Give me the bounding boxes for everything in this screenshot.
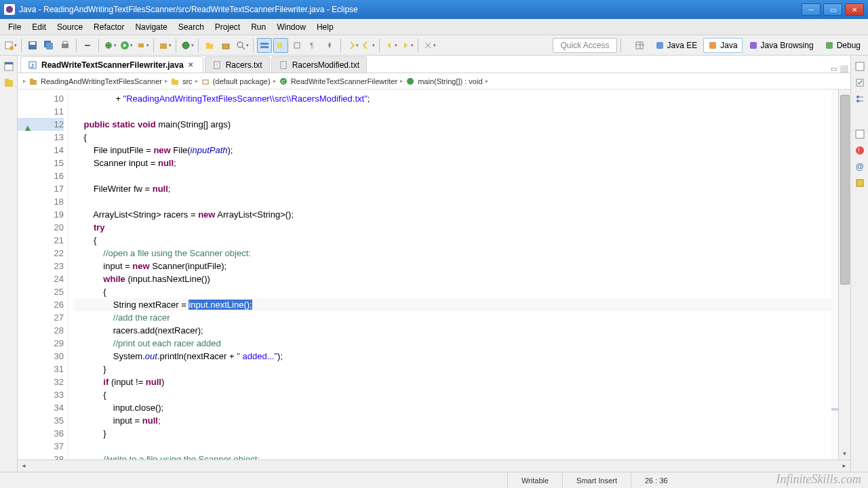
chevron-right-icon[interactable]: ▸ — [23, 78, 26, 84]
menu-search[interactable]: Search — [173, 21, 210, 33]
menu-edit[interactable]: Edit — [26, 21, 52, 33]
close-tab-icon[interactable]: ✕ — [188, 61, 196, 69]
menu-source[interactable]: Source — [52, 21, 88, 33]
next-annotation-button[interactable] — [344, 38, 359, 53]
run-last-button[interactable] — [135, 38, 150, 53]
code-line[interactable]: String nextRacer = input.nextLine(); — [74, 298, 850, 311]
save-all-button[interactable] — [41, 38, 56, 53]
breadcrumb-item[interactable]: ReadingAndWritingTextFilesScanner — [41, 77, 162, 85]
link-button[interactable] — [80, 38, 95, 53]
menu-refactor[interactable]: Refactor — [88, 21, 130, 33]
restore-right-icon[interactable] — [854, 61, 865, 72]
toggle-breadcrumb-button[interactable] — [257, 38, 272, 53]
javadoc-icon[interactable]: @ — [854, 161, 865, 172]
code-line[interactable]: //open a file using the Scanner object: — [74, 247, 850, 260]
breadcrumb-bar[interactable]: ▸ReadingAndWritingTextFilesScanner▸src▸(… — [18, 73, 850, 89]
breadcrumb-item[interactable]: (default package) — [213, 77, 271, 85]
code-line[interactable]: input.close(); — [74, 401, 850, 414]
code-line[interactable]: File inputFile = new File(inputPath); — [74, 144, 850, 157]
code-line[interactable]: { — [74, 131, 850, 144]
save-button[interactable] — [25, 38, 40, 53]
toggle-mark-button[interactable] — [273, 38, 288, 53]
code-line[interactable]: while (input.hasNextLine()) — [74, 272, 850, 285]
pin-button[interactable] — [322, 38, 337, 53]
code-line[interactable] — [74, 105, 850, 118]
open-task-button[interactable] — [218, 38, 233, 53]
perspective-java-ee[interactable]: Java EE — [650, 38, 703, 53]
breadcrumb-item[interactable]: ReadWriteTextScannerFilewriter — [291, 77, 398, 85]
minimize-button[interactable]: ─ — [802, 3, 821, 16]
new-button[interactable] — [3, 38, 18, 53]
code-line[interactable]: { — [74, 388, 850, 401]
chevron-right-icon[interactable]: ▸ — [273, 78, 276, 84]
code-line[interactable] — [74, 195, 850, 208]
code-line[interactable]: { — [74, 234, 850, 247]
new-package-button[interactable] — [157, 38, 172, 53]
horizontal-scrollbar[interactable]: ◄ ► — [18, 460, 850, 472]
perspective-debug[interactable]: Debug — [820, 38, 865, 53]
print-button[interactable] — [58, 38, 73, 53]
menu-run[interactable]: Run — [245, 21, 271, 33]
code-line[interactable]: input = null; — [74, 414, 850, 427]
show-whitespace-button[interactable]: ¶ — [306, 38, 321, 53]
menu-navigate[interactable]: Navigate — [130, 21, 172, 33]
code-line[interactable]: //print out each racer added — [74, 337, 850, 350]
code-line[interactable]: FileWriter fw = null; — [74, 182, 850, 195]
restore-view-icon[interactable] — [3, 61, 14, 72]
restore-bottom-icon[interactable] — [854, 129, 865, 140]
chevron-right-icon[interactable]: ▸ — [195, 78, 198, 84]
minimize-view-icon[interactable]: ▭ — [831, 65, 837, 73]
scrollbar-thumb[interactable] — [840, 95, 850, 285]
block-selection-button[interactable] — [290, 38, 304, 53]
scroll-left-icon[interactable]: ◄ — [18, 460, 30, 472]
new-class-button[interactable] — [180, 38, 195, 53]
code-line[interactable]: input = new Scanner(inputFile); — [74, 260, 850, 272]
last-edit-button[interactable] — [422, 38, 437, 53]
code-line[interactable]: racers.add(nextRacer); — [74, 324, 850, 337]
code-line[interactable]: } — [74, 363, 850, 375]
menu-file[interactable]: File — [3, 21, 26, 33]
quick-access-input[interactable]: Quick Access — [553, 38, 616, 53]
vertical-scrollbar[interactable]: ▼ — [838, 89, 850, 460]
breadcrumb-item[interactable]: main(String[]) : void — [418, 77, 482, 85]
problems-icon[interactable]: ! — [854, 145, 865, 156]
breadcrumb-item[interactable]: src — [182, 77, 193, 85]
maximize-view-icon[interactable]: ⬜ — [840, 65, 848, 73]
task-list-icon[interactable] — [854, 77, 865, 88]
debug-button[interactable] — [102, 38, 117, 53]
code-line[interactable] — [74, 169, 850, 182]
overview-ruler[interactable] — [831, 89, 838, 460]
forward-button[interactable] — [399, 38, 414, 53]
code-line[interactable]: } — [74, 427, 850, 440]
code-line[interactable]: Scanner input = null; — [74, 157, 850, 169]
code-editor[interactable]: 1011121314151617181920212223242526272829… — [18, 89, 850, 460]
menu-project[interactable]: Project — [210, 21, 245, 33]
package-explorer-icon[interactable] — [3, 77, 14, 88]
chevron-right-icon[interactable]: ▸ — [165, 78, 167, 84]
menu-help[interactable]: Help — [311, 21, 339, 33]
code-line[interactable]: System.out.println(nextRacer + " added..… — [74, 350, 850, 363]
scroll-right-icon[interactable]: ► — [838, 460, 850, 472]
code-line[interactable] — [74, 440, 850, 453]
open-perspective-button[interactable] — [630, 38, 649, 53]
declaration-icon[interactable] — [854, 178, 865, 188]
open-type-button[interactable] — [202, 38, 217, 53]
search-button[interactable] — [235, 38, 250, 53]
menu-window[interactable]: Window — [271, 21, 311, 33]
close-button[interactable]: ✕ — [845, 3, 864, 16]
perspective-java[interactable]: Java — [703, 38, 742, 53]
code-content[interactable]: + "ReadingAndWritingTextFilesScanner\\sr… — [68, 89, 850, 460]
back-button[interactable] — [383, 38, 398, 53]
code-line[interactable]: if (input != null) — [74, 375, 850, 388]
code-line[interactable]: + "ReadingAndWritingTextFilesScanner\\sr… — [74, 92, 850, 105]
editor-tab[interactable]: RacersModified.txt — [271, 56, 367, 73]
chevron-right-icon[interactable]: ▸ — [400, 78, 403, 84]
editor-tab[interactable]: Racers.txt — [205, 56, 270, 73]
code-line[interactable]: try — [74, 221, 850, 234]
scroll-up-icon[interactable] — [839, 89, 850, 102]
editor-tab[interactable]: JReadWriteTextScannerFilewriter.java✕ — [20, 56, 203, 73]
prev-annotation-button[interactable] — [361, 38, 376, 53]
perspective-java-browsing[interactable]: Java Browsing — [744, 38, 818, 53]
code-line[interactable]: { — [74, 285, 850, 298]
code-line[interactable]: //write to a file using the Scanner obje… — [74, 453, 850, 460]
